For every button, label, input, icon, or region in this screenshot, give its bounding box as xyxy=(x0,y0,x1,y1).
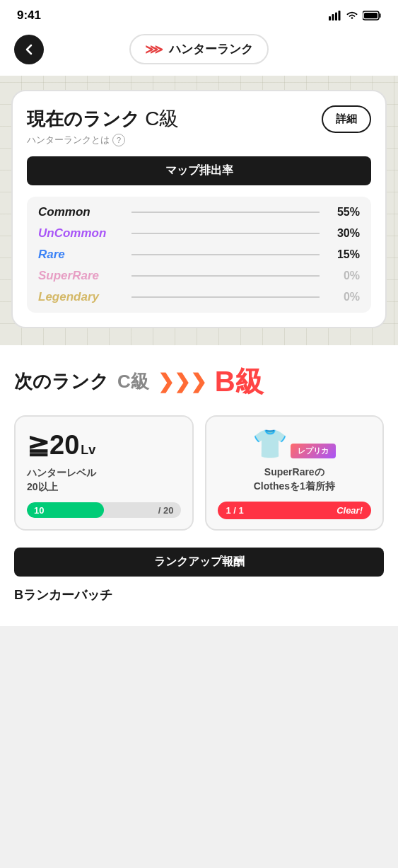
status-time: 9:41 xyxy=(17,8,41,23)
map-rate-label: マップ排出率 xyxy=(27,156,371,185)
rank-label: 現在のランク xyxy=(27,108,140,129)
rarity-name-uncommon: UnCommon xyxy=(38,226,123,241)
reward-label: ランクアップ報酬 xyxy=(14,548,384,577)
clear-count: 1 / 1 xyxy=(226,505,244,516)
reward-item: Bランカーバッチ xyxy=(14,586,384,603)
svg-rect-0 xyxy=(329,16,331,21)
header-title: ハンターランク xyxy=(169,41,253,57)
rarity-name-common: Common xyxy=(38,205,123,219)
rank-title: 現在のランク C級 xyxy=(27,105,179,132)
progress-max: / 20 xyxy=(158,505,174,516)
item-desc: SuperRareのClothesを1着所持 xyxy=(254,465,335,493)
wifi-icon xyxy=(346,11,358,21)
arrow-icon-3: ❯ xyxy=(190,372,206,392)
item-icon-wrap: 👕 レプリカ xyxy=(252,429,336,460)
progress-bar: 10 / 20 xyxy=(27,502,181,518)
header-title-pill: ⋙ ハンターランク xyxy=(129,34,269,64)
arrows: ❯ ❯ ❯ xyxy=(158,372,206,392)
lv-suffix: Lv xyxy=(81,443,95,458)
rarity-line xyxy=(131,296,320,298)
rank-title-block: 現在のランク C級 ハンターランクとは ? xyxy=(27,105,179,146)
status-bar: 9:41 xyxy=(0,0,398,28)
rank-card-header: 現在のランク C級 ハンターランクとは ? 詳細 xyxy=(27,105,371,146)
arrow-icon-2: ❯ xyxy=(174,372,190,392)
level-condition-card: ≧20 Lv ハンターレベル20以上 10 / 20 xyxy=(14,415,194,531)
replica-badge: レプリカ xyxy=(291,444,336,458)
rarity-row: Common 55% xyxy=(38,205,360,219)
svg-rect-6 xyxy=(380,13,381,18)
rarity-pct-uncommon: 30% xyxy=(328,227,360,240)
rarity-name-rare: Rare xyxy=(38,248,123,262)
next-rank-to: B級 xyxy=(215,362,264,401)
rank-subtitle-text: ハンターランクとは xyxy=(27,134,110,146)
rank-card: 現在のランク C級 ハンターランクとは ? 詳細 マップ排出率 Common 5… xyxy=(11,90,387,328)
next-rank-header: 次のランク C級 ❯ ❯ ❯ B級 xyxy=(14,362,384,401)
next-rank-section: 次のランク C級 ❯ ❯ ❯ B級 ≧20 Lv ハンターレベル20以上 10 … xyxy=(0,345,398,626)
rarity-line xyxy=(131,254,320,255)
progress-current: 10 xyxy=(34,505,44,516)
rarity-pct-common: 55% xyxy=(328,206,360,219)
svg-rect-1 xyxy=(332,14,334,21)
map-background: 現在のランク C級 ハンターランクとは ? 詳細 マップ排出率 Common 5… xyxy=(0,76,398,345)
back-button[interactable] xyxy=(14,35,44,64)
rarity-row: Legendary 0% xyxy=(38,290,360,304)
rarity-name-legendary: Legendary xyxy=(38,290,123,304)
rarity-pct-superrare: 0% xyxy=(328,270,360,282)
signal-icon xyxy=(329,11,341,21)
rarity-row: SuperRare 0% xyxy=(38,269,360,283)
rarity-pct-legendary: 0% xyxy=(328,291,360,303)
header: ⋙ ハンターランク xyxy=(0,28,398,76)
detail-button[interactable]: 詳細 xyxy=(322,105,371,133)
reward-section: ランクアップ報酬 Bランカーバッチ xyxy=(14,548,384,603)
rarity-line xyxy=(131,212,320,213)
clear-label: Clear! xyxy=(336,505,363,516)
svg-rect-3 xyxy=(339,11,341,21)
back-arrow-icon xyxy=(22,42,36,57)
rarity-line xyxy=(131,233,320,234)
svg-rect-5 xyxy=(364,13,377,18)
rarity-name-superrare: SuperRare xyxy=(38,269,123,283)
rank-icon: ⋙ xyxy=(145,42,163,57)
question-button[interactable]: ? xyxy=(112,134,125,146)
clear-bar: 1 / 1 Clear! xyxy=(218,502,372,519)
level-desc: ハンターレベル20以上 xyxy=(27,466,181,494)
level-display: ≧20 Lv xyxy=(27,429,181,461)
battery-icon xyxy=(363,11,381,21)
rarity-pct-rare: 15% xyxy=(328,248,360,261)
condition-cards: ≧20 Lv ハンターレベル20以上 10 / 20 👕 レプリカ SuperR… xyxy=(14,415,384,531)
next-rank-label: 次のランク xyxy=(14,369,109,394)
rarity-row: UnCommon 30% xyxy=(38,226,360,241)
level-icon: ≧20 xyxy=(27,429,79,461)
rarity-line xyxy=(131,275,320,277)
item-condition-card: 👕 レプリカ SuperRareのClothesを1着所持 1 / 1 Clea… xyxy=(205,415,385,531)
rank-grade: C級 xyxy=(145,108,179,129)
next-rank-from: C級 xyxy=(117,369,149,394)
svg-rect-2 xyxy=(335,13,337,21)
rarity-list: Common 55% UnCommon 30% Rare 15% SuperRa… xyxy=(27,197,371,313)
rarity-row: Rare 15% xyxy=(38,248,360,262)
rank-subtitle: ハンターランクとは ? xyxy=(27,134,179,146)
shirt-icon: 👕 xyxy=(252,428,288,459)
arrow-icon-1: ❯ xyxy=(158,372,174,392)
status-icons xyxy=(329,11,381,21)
